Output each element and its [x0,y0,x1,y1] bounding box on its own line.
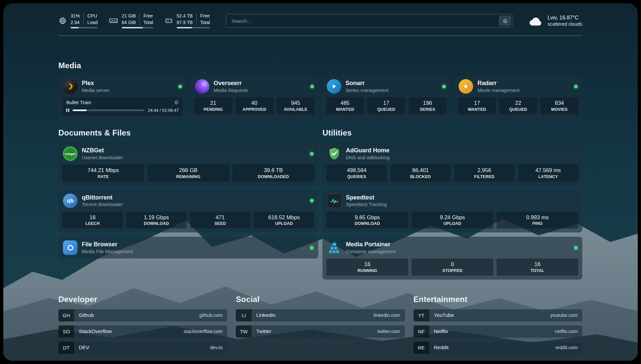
cpu-icon [58,16,67,25]
disk-free-value: 52.4 TB [177,13,193,19]
stat-filtered: 2,956FILTERED [454,165,515,182]
service-name: NZBGet [82,147,123,154]
pause-button[interactable] [66,108,69,112]
bookmark-reddit[interactable]: RE Reddit reddit.com [413,342,582,354]
stat-queries: 498,564QUERIES [326,165,387,182]
service-card-radarr[interactable]: Radarr Movie management 17WANTED 22QUEUE… [454,76,582,120]
now-playing-title: Bullet Train [66,100,91,105]
stat-movies: 834MOVIES [540,97,578,114]
section-title-social: Social [236,295,405,304]
bookmark-url: youtube.com [550,313,578,318]
cloud-icon [528,15,543,26]
service-name: Radarr [477,80,519,87]
bookmark-url: stackoverflow.com [184,329,223,334]
cpu-label: CPU [87,13,98,19]
stat-blocked: 86,401BLOCKED [390,165,451,182]
disk-total-value: 97.9 TB [177,20,193,26]
bookmark-name: Netflix [434,328,448,334]
stars-decoration [3,3,4,4]
service-description: Movie management [477,88,519,93]
service-name: Plex [82,80,109,87]
service-card-nzbget[interactable]: nzbget NZBGet Usenet downloader 744.21 M… [58,143,318,186]
service-card-plex[interactable]: Plex Media server Bullet Train ⚙ [58,76,187,120]
bookmark-abbr: RE [413,342,429,354]
stat-queued: 17QUEUED [367,97,405,114]
bookmark-github[interactable]: GH Github github.com [58,309,227,321]
divider [83,13,84,25]
bookmark-linkedin[interactable]: LI LinkedIn linkedin.com [236,309,405,321]
stat-approved: 40APPROVED [235,97,273,114]
bookmark-url: dev.to [210,345,223,350]
service-card-adguard[interactable]: AdGuard Home DNS and adblocking 498,564Q… [322,143,582,186]
section-title-media: Media [58,61,582,70]
gear-icon[interactable]: ⚙ [174,100,179,105]
memory-free-value: 21 GiB [122,13,136,19]
stat-remaining: 266 GBREMAINING [147,165,229,182]
search-bar: G [226,14,513,28]
section-title-developer: Developer [58,295,227,304]
resource-widgets: 31% 2.94 CPU Load [58,13,210,28]
playback-progress-bar[interactable] [73,109,144,111]
stat-rate: 744.21 MbpsRATE [62,165,144,182]
bookmark-abbr: GH [58,309,74,321]
stat-stopped: 0STOPPED [412,258,493,276]
service-card-sonarr[interactable]: Sonarr Series management 485WANTED 17QUE… [322,76,450,120]
bookmark-name: Github [79,312,94,318]
service-description: Torrent downloader [82,202,123,207]
memory-free-label: Free [143,13,153,19]
stat-seed: 471SEED [190,212,251,229]
stat-wanted: 485WANTED [326,97,364,114]
service-name: Speedtest [346,194,387,201]
section-title-utilities: Utilities [322,128,582,137]
service-name: Sonarr [346,80,388,87]
dashboard-canvas: 31% 2.94 CPU Load [3,3,638,361]
radarr-icon [459,79,473,94]
service-card-overseerr[interactable]: Overseerr Media Requests 21PENDING 40APP… [190,76,319,120]
service-card-portainer[interactable]: Media Portainer Container management 16R… [322,237,582,280]
stat-running: 16RUNNING [326,258,408,276]
bookmark-youtube[interactable]: YT YouTube youtube.com [413,309,582,321]
stat-wanted: 17WANTED [458,97,496,114]
service-name: Media Portainer [346,241,396,248]
bookmark-abbr: TW [236,325,252,338]
qbittorrent-icon: qb [63,194,77,208]
bookmark-abbr: DT [58,342,74,354]
search-provider-button[interactable]: G [499,15,511,26]
weather-widget: Lviv, 16.87°C scattered clouds [528,15,582,27]
top-bar: 31% 2.94 CPU Load [3,3,638,28]
service-name: Overseerr [214,80,248,87]
service-card-speedtest[interactable]: Speedtest Speedtest Tracking 9.65 GbpsDO… [322,190,582,233]
bookmark-group-developer: Developer GH Github github.com SO [58,295,227,354]
disk-progress-bar [177,27,210,28]
memory-total-value: 64 GiB [122,20,136,26]
stat-download: 9.65 GbpsDOWNLOAD [326,212,408,229]
stat-ping: 0.993 msPING [497,212,578,229]
bookmark-twitter[interactable]: TW Twitter twitter.com [236,325,405,338]
stat-available: 945AVAILABLE [277,97,315,114]
stat-series: 196SERIES [409,97,446,114]
bookmark-abbr: YT [413,309,429,321]
filebrowser-icon [63,240,77,255]
service-name: qBittorrent [82,194,123,201]
service-description: DNS and adblocking [346,155,389,160]
search-input[interactable] [226,14,513,28]
memory-widget: 21 GiB 64 GiB Free Total [109,13,153,28]
service-card-qbittorrent[interactable]: qb qBittorrent Torrent downloader 16LEEC… [58,190,318,233]
plex-icon [63,79,77,94]
disk-free-label: Free [200,13,210,19]
bookmark-abbr: SO [58,325,74,338]
status-dot [310,199,314,202]
bookmark-abbr: NF [413,325,429,338]
cpu-progress-bar [71,27,98,28]
stat-download: 1.19 GbpsDOWNLOAD [126,212,187,229]
bookmark-dev[interactable]: DT DEV dev.to [58,342,227,354]
divider [139,13,140,25]
nzbget-icon: nzbget [63,146,77,161]
bookmark-stackoverflow[interactable]: SO StackOverflow stackoverflow.com [58,325,227,338]
service-card-filebrowser[interactable]: File Browser Media File Management [58,237,318,258]
stat-latency: 47.569 msLATENCY [518,165,579,182]
bookmark-netflix[interactable]: NF Netflix netflix.com [413,325,582,338]
service-name: AdGuard Home [346,147,389,154]
sonarr-icon [327,79,341,94]
cpu-load-value: 2.94 [71,20,80,26]
